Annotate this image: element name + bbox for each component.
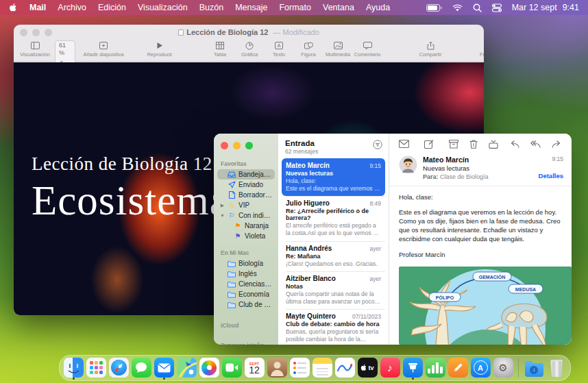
share-button[interactable]: Compartir [420, 40, 441, 58]
mail-toolbar: » [389, 134, 572, 151]
menu-item-archivo[interactable]: Archivo [58, 3, 86, 12]
folder-icon [228, 260, 236, 267]
dock-appstore-icon[interactable]: A [470, 356, 491, 380]
message-row[interactable]: Mateo Marcín9:15 Nuevas lecturas Hola, c… [282, 158, 385, 196]
details-link[interactable]: Detalles [539, 172, 563, 180]
text-button[interactable]: A Texto [269, 40, 289, 58]
dock-contacts-icon[interactable] [267, 356, 287, 380]
filter-icon[interactable] [373, 140, 382, 149]
sidebar-item-borradores[interactable]: Borradores [217, 190, 275, 200]
message-time: 9:15 [539, 156, 563, 162]
comment-button[interactable]: Comentario [357, 40, 378, 58]
dock-calendar-icon[interactable]: SEPT 12 [244, 356, 265, 380]
archive-icon[interactable] [449, 140, 458, 149]
inbox-icon [228, 171, 236, 178]
message-row[interactable]: Hanna Andrésayer Re: Mañana ¡Claro! Qued… [282, 241, 385, 272]
apple-menu-icon[interactable] [9, 3, 18, 12]
menu-item-ventana[interactable]: Ventana [323, 3, 354, 12]
menu-item-mensaje[interactable]: Mensaje [235, 3, 267, 12]
dock-mail-icon[interactable] [154, 356, 174, 380]
table-button[interactable]: Tabla [210, 40, 230, 58]
get-mail-icon[interactable] [399, 140, 409, 148]
menu-item-formato[interactable]: Formato [279, 3, 311, 12]
shape-button[interactable]: Figura [298, 40, 319, 58]
menu-item-mail[interactable]: Mail [29, 3, 46, 12]
sender-avatar[interactable] [399, 156, 417, 174]
sidebar-item-club-de-debate[interactable]: Club de debate [217, 299, 275, 310]
reply-all-icon[interactable] [530, 140, 541, 148]
dock-launchpad-icon[interactable] [86, 356, 106, 380]
dock-notes-icon[interactable] [312, 356, 332, 380]
folder-icon [228, 291, 236, 298]
dock-photos-icon[interactable] [199, 356, 219, 380]
disclosure-expanded-icon[interactable]: ▼ [220, 213, 225, 218]
format-button[interactable]: Formato [479, 40, 484, 58]
dock-appletv-icon[interactable]: tv [357, 356, 378, 380]
sidebar-item-violeta[interactable]: ⚑ Violeta [223, 231, 275, 241]
dock-numbers-icon[interactable] [425, 356, 445, 380]
forward-icon[interactable] [552, 140, 561, 148]
wifi-icon[interactable] [452, 4, 463, 12]
sidebar-item-vip[interactable]: ▶ ☆ VIP [217, 200, 275, 210]
keynote-window-title: Lección de Biología 12 — Modificado [14, 28, 484, 36]
recipient-line: Para: Clase de Biología [423, 173, 539, 180]
label-gemacion: GEMACIÓN [479, 273, 506, 279]
dock-messages-icon[interactable] [131, 356, 151, 380]
menu-item-edicion[interactable]: Edición [98, 3, 126, 12]
dock-facetime-icon[interactable] [221, 356, 242, 380]
dock-finder-icon[interactable] [63, 356, 84, 380]
dock: SEPT 12 tv ♪ [59, 355, 571, 381]
compose-icon[interactable] [424, 140, 434, 149]
share-icon [427, 40, 434, 51]
sidebar-item-ingles[interactable]: Inglés [217, 269, 275, 279]
sidebar-item-bandeja[interactable]: Bandeja de entrada [217, 169, 275, 180]
label-polipo: PÓLIPO [436, 294, 454, 299]
menu-item-visualizacion[interactable]: Visualización [138, 3, 188, 12]
message-row[interactable]: Julio Higuero8:49 Re: ¿Arrecife periféri… [282, 196, 385, 240]
sidebar-item-naranja[interactable]: ⚑ Naranja [223, 221, 275, 231]
control-center-icon[interactable] [492, 3, 502, 12]
menu-bar-time[interactable]: 9:41 [563, 3, 579, 12]
attachment-diagram-image[interactable]: PÓLIPO GEMACIÓN MEDUSA [399, 267, 572, 345]
folder-icon [228, 281, 236, 288]
sidebar-section-icloud[interactable]: iCloud [214, 318, 278, 331]
sidebar-item-ciencias-sociales[interactable]: Ciencias Sociales [217, 279, 275, 289]
add-slide-button[interactable]: Añadir diapositiva [93, 40, 114, 58]
dock-reminders-icon[interactable] [289, 356, 310, 380]
sidebar-item-con-indicador[interactable]: ▼ ⚐ Con indicador [217, 210, 275, 221]
shape-icon [304, 40, 313, 51]
sidebar-section-buzones-inteligentes[interactable]: Buzones inteligentes [214, 338, 278, 345]
sidebar-item-biologia[interactable]: Biología [217, 258, 275, 269]
sidebar-item-enviado[interactable]: Enviado [217, 180, 275, 190]
dock-freeform-icon[interactable] [334, 356, 355, 380]
trash-icon[interactable] [469, 140, 478, 149]
battery-icon[interactable] [426, 4, 442, 12]
search-icon[interactable] [473, 3, 482, 12]
media-button[interactable]: Multimedia [328, 40, 348, 58]
menu-item-buzon[interactable]: Buzón [199, 3, 223, 12]
mail-window-controls[interactable] [214, 139, 278, 156]
menu-item-ayuda[interactable]: Ayuda [366, 3, 390, 12]
disclosure-collapsed-icon[interactable]: ▶ [220, 203, 225, 208]
dock-downloads-icon[interactable]: ↓ [524, 356, 544, 380]
keynote-toolbar: Visualización 61 % ⌄ Zoom Añadir diaposi… [14, 40, 484, 62]
dock-settings-icon[interactable]: ⚙ [493, 356, 513, 380]
view-button[interactable]: Visualización [25, 40, 45, 58]
message-row[interactable]: Mayte Quintero07/11/2023 Club de debate:… [282, 309, 385, 345]
play-button[interactable]: Reproducir [149, 40, 170, 58]
message-subject: Nuevas lecturas [423, 164, 539, 172]
dock-pages-icon[interactable] [448, 356, 468, 380]
chart-button[interactable]: Gráfica [239, 40, 260, 58]
keynote-titlebar[interactable]: Lección de Biología 12 — Modificado [14, 25, 484, 40]
junk-icon[interactable] [489, 140, 498, 149]
dock-trash-icon[interactable] [546, 356, 567, 380]
dock-music-icon[interactable]: ♪ [380, 356, 400, 380]
reply-icon[interactable] [511, 140, 519, 148]
message-row[interactable]: Aitziber Blancoayer Notas Quería compart… [282, 271, 385, 309]
dock-maps-icon[interactable] [176, 356, 197, 380]
add-slide-icon [99, 40, 108, 51]
dock-safari-icon[interactable] [108, 356, 129, 380]
sidebar-item-economia[interactable]: Economía [217, 289, 275, 299]
dock-keynote-icon[interactable] [402, 356, 423, 380]
menu-bar-date[interactable]: Mar 12 sept [512, 3, 557, 12]
